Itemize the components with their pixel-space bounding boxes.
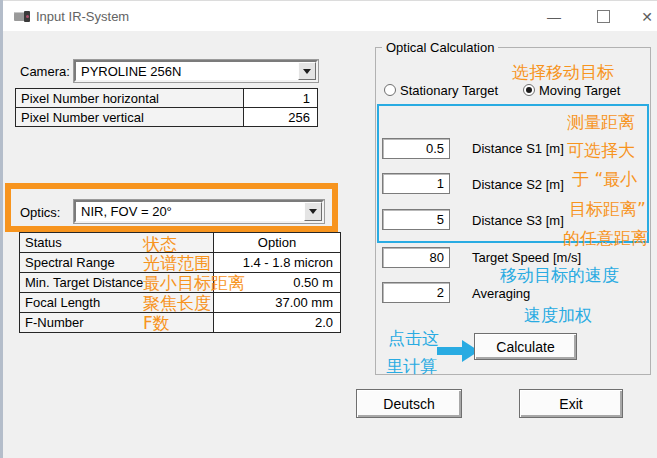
- annotation-than-min: 于 “最小: [572, 168, 637, 191]
- camera-dropdown-value: PYROLINE 256N: [81, 64, 181, 79]
- status-header-label: Status: [20, 233, 214, 252]
- spectral-range-value: 1.4 - 1.8 micron: [214, 253, 340, 272]
- table-row: Pixel Number vertical 256: [16, 107, 317, 126]
- annotation-target-distance: 目标距离”: [569, 198, 646, 221]
- stationary-target-label[interactable]: Stationary Target: [400, 83, 498, 98]
- table-row: Pixel Number horizontal 1: [16, 89, 317, 107]
- annotation-measure-distance: 测量距离: [567, 111, 635, 134]
- screen-edge-artifact: [0, 0, 3, 458]
- status-header-value: Option: [214, 233, 340, 252]
- target-speed-input[interactable]: [382, 247, 450, 268]
- pixel-horizontal-label: Pixel Number horizontal: [16, 89, 244, 107]
- optics-highlight-annotation: [5, 183, 338, 232]
- annotation-speed-weighting: 速度加权: [524, 304, 592, 327]
- distance-s3-label: Distance S3 [m]: [472, 213, 564, 228]
- camera-app-icon: [14, 10, 31, 23]
- camera-dropdown-button[interactable]: [298, 62, 316, 80]
- annotation-any-distance: 的任意距离: [563, 227, 648, 250]
- annotation-moving-target-speed: 移动目标的速度: [500, 264, 619, 287]
- calculate-button[interactable]: Calculate: [474, 333, 577, 360]
- maximize-icon: [597, 10, 610, 23]
- averaging-input[interactable]: [382, 282, 450, 303]
- distance-s3-input[interactable]: [382, 209, 450, 230]
- arrow-icon: [437, 347, 464, 355]
- chevron-down-icon: [303, 69, 311, 74]
- titlebar: Input IR-System — ✕: [3, 0, 657, 31]
- pixel-vertical-label: Pixel Number vertical: [16, 108, 244, 126]
- camera-label: Camera:: [20, 64, 70, 79]
- maximize-button[interactable]: [588, 1, 618, 32]
- pixel-table: Pixel Number horizontal 1 Pixel Number v…: [15, 88, 318, 127]
- averaging-label: Averaging: [472, 286, 530, 301]
- distance-s1-label: Distance S1 [m]: [472, 141, 564, 156]
- target-speed-label: Target Speed [m/s]: [472, 250, 581, 265]
- pixel-vertical-value: 256: [244, 108, 317, 126]
- input-ir-system-dialog: { "window": { "title": "Input IR-System"…: [0, 0, 657, 458]
- moving-target-radio[interactable]: [523, 84, 535, 96]
- annotation-click-here-2: 里计算: [386, 355, 437, 378]
- annotation-click-here-1: 点击这: [388, 327, 439, 350]
- distance-s2-input[interactable]: [382, 173, 450, 194]
- optical-calculation-title: Optical Calculation: [382, 40, 498, 55]
- annotation-select-moving-target: 选择移动目标: [512, 61, 614, 84]
- window-title: Input IR-System: [36, 9, 129, 24]
- pixel-horizontal-value: 1: [244, 89, 317, 107]
- stationary-target-radio[interactable]: [384, 84, 396, 96]
- distance-s1-input[interactable]: [382, 138, 450, 159]
- moving-target-label[interactable]: Moving Target: [539, 83, 620, 98]
- minimize-button[interactable]: —: [539, 1, 569, 32]
- f-number-label: F-Number: [20, 313, 214, 332]
- exit-button[interactable]: Exit: [519, 389, 623, 418]
- table-row: F-Number 2.0: [20, 312, 340, 332]
- distance-s2-label: Distance S2 [m]: [472, 177, 564, 192]
- deutsch-button[interactable]: Deutsch: [356, 389, 462, 418]
- annotation-f-number: F数: [143, 312, 170, 335]
- table-row: Status Option: [20, 233, 340, 252]
- camera-dropdown[interactable]: PYROLINE 256N: [74, 60, 318, 82]
- f-number-value: 2.0: [214, 313, 340, 332]
- annotation-can-choose: 可选择大: [567, 139, 635, 162]
- focal-length-value: 37.00 mm: [214, 293, 340, 312]
- close-button[interactable]: ✕: [632, 1, 657, 32]
